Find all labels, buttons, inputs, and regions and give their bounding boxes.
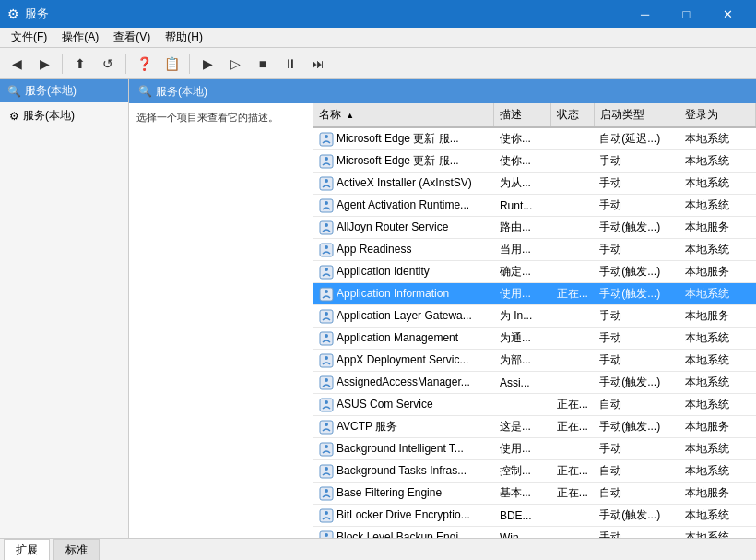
table-row[interactable]: BitLocker Drive Encryptio...BDE...手动(触发.… — [313, 505, 756, 527]
table-row[interactable]: AllJoyn Router Service路由...手动(触发...)本地服务 — [313, 217, 756, 239]
cell-login: 本地系统 — [679, 150, 756, 173]
table-row[interactable]: Application Layer Gatewa...为 In...手动本地服务 — [313, 305, 756, 328]
table-row[interactable]: Background Intelligent T...使用...手动本地系统 — [313, 438, 756, 460]
table-row[interactable]: AppX Deployment Servic...为部...手动本地系统 — [313, 350, 756, 372]
description-text: 选择一个项目来查看它的描述。 — [136, 112, 278, 123]
table-row[interactable]: ActiveX Installer (AxInstSV)为从...手动本地系统 — [313, 173, 756, 195]
forward-button[interactable]: ▶ — [31, 52, 57, 76]
cell-name: AppX Deployment Servic... — [313, 350, 494, 372]
table-row[interactable]: Base Filtering Engine基本...正在...自动本地服务 — [313, 483, 756, 505]
minimize-button[interactable]: ─ — [624, 0, 666, 28]
cell-login: 本地系统 — [679, 372, 756, 394]
cell-status — [551, 350, 594, 372]
back-button[interactable]: ◀ — [4, 52, 30, 76]
help-button[interactable]: ❓ — [131, 52, 157, 76]
cell-status — [551, 305, 594, 328]
menu-bar: 文件(F) 操作(A) 查看(V) 帮助(H) — [0, 28, 756, 48]
menu-help[interactable]: 帮助(H) — [158, 28, 210, 47]
cell-status — [551, 127, 594, 150]
cell-login: 本地系统 — [679, 195, 756, 217]
cell-starttype: 手动(触发...) — [594, 372, 679, 394]
cell-desc: 为部... — [494, 350, 551, 372]
cell-name: Microsoft Edge 更新 服... — [313, 150, 494, 173]
start-service2-button[interactable]: ▷ — [222, 52, 248, 76]
cell-status: 正在... — [551, 416, 594, 438]
cell-login: 本地系统 — [679, 527, 756, 539]
status-bar: 扩展 标准 — [0, 538, 756, 560]
svg-point-25 — [325, 400, 328, 404]
table-row[interactable]: Microsoft Edge 更新 服...使你...手动本地系统 — [313, 150, 756, 173]
cell-status — [551, 195, 594, 217]
col-header-starttype[interactable]: 启动类型 — [594, 103, 679, 127]
table-row[interactable]: Agent Activation Runtime...Runt...手动本地系统 — [313, 195, 756, 217]
sidebar-item-services-local[interactable]: ⚙ 服务(本地) — [0, 102, 128, 129]
right-panel-title: 服务(本地) — [156, 84, 207, 100]
cell-name: AllJoyn Router Service — [313, 217, 494, 239]
cell-status — [551, 372, 594, 394]
cell-name: Agent Activation Runtime... — [313, 195, 494, 217]
cell-login: 本地系统 — [679, 350, 756, 372]
left-panel: 🔍 服务(本地) ⚙ 服务(本地) — [0, 79, 129, 538]
col-header-status[interactable]: 状态 — [551, 103, 594, 127]
window-title: 服务 — [25, 6, 49, 22]
cell-desc: BDE... — [494, 505, 551, 527]
toolbar-separator-2 — [125, 54, 126, 74]
restart-service-button[interactable]: ⏭ — [305, 52, 331, 76]
tab-standard[interactable]: 标准 — [53, 539, 100, 561]
pause-service-button[interactable]: ⏸ — [278, 52, 303, 76]
svg-point-3 — [325, 157, 328, 161]
cell-name: App Readiness — [313, 239, 494, 261]
menu-file[interactable]: 文件(F) — [4, 28, 54, 47]
cell-login: 本地服务 — [679, 305, 756, 328]
table-row[interactable]: ASUS Com Service正在...自动本地系统 — [313, 394, 756, 416]
toolbar-separator-1 — [62, 54, 63, 74]
cell-login: 本地系统 — [679, 460, 756, 483]
cell-name: AVCTP 服务 — [313, 416, 494, 438]
cell-status — [551, 150, 594, 173]
cell-desc: 控制... — [494, 460, 551, 483]
tab-extended[interactable]: 扩展 — [4, 539, 50, 561]
cell-starttype: 手动 — [594, 195, 679, 217]
cell-login: 本地系统 — [679, 394, 756, 416]
col-header-desc[interactable]: 描述 — [494, 103, 551, 127]
cell-desc: 使用... — [494, 283, 551, 305]
close-button[interactable]: ✕ — [707, 0, 749, 28]
cell-desc: 为 In... — [494, 305, 551, 328]
table-row[interactable]: Microsoft Edge 更新 服...使你...自动(延迟...)本地系统 — [313, 127, 756, 150]
table-row[interactable]: Application Information使用...正在...手动(触发..… — [313, 283, 756, 305]
stop-service-button[interactable]: ■ — [250, 52, 276, 76]
svg-point-11 — [325, 245, 328, 249]
col-header-name[interactable]: 名称 ▲ — [313, 103, 494, 127]
col-header-login[interactable]: 登录为 — [679, 103, 756, 127]
cell-name: Microsoft Edge 更新 服... — [313, 127, 494, 150]
cell-login: 本地服务 — [679, 416, 756, 438]
cell-status — [551, 505, 594, 527]
services-area[interactable]: 名称 ▲ 描述 状态 启动类型 — [313, 103, 756, 538]
table-header-row: 名称 ▲ 描述 状态 启动类型 — [313, 103, 756, 127]
cell-login: 本地系统 — [679, 173, 756, 195]
cell-starttype: 手动(触发...) — [594, 261, 679, 283]
table-row[interactable]: AVCTP 服务这是...正在...手动(触发...)本地服务 — [313, 416, 756, 438]
right-panel: 🔍 服务(本地) 选择一个项目来查看它的描述。 名称 ▲ — [129, 79, 756, 538]
table-row[interactable]: Block Level Backup Engi...Win...手动本地系统 — [313, 527, 756, 539]
start-service-button[interactable]: ▶ — [195, 52, 220, 76]
table-row[interactable]: AssignedAccessManager...Assi...手动(触发...)… — [313, 372, 756, 394]
export-button[interactable]: 📋 — [159, 52, 184, 76]
table-row[interactable]: Application Identity确定...手动(触发...)本地服务 — [313, 261, 756, 283]
cell-name: Application Information — [313, 283, 494, 305]
cell-status: 正在... — [551, 394, 594, 416]
svg-point-15 — [325, 290, 328, 293]
cell-starttype: 自动 — [594, 394, 679, 416]
cell-starttype: 手动(触发...) — [594, 505, 679, 527]
table-row[interactable]: Application Management为通...手动本地系统 — [313, 328, 756, 350]
svg-point-13 — [325, 268, 328, 271]
menu-view[interactable]: 查看(V) — [106, 28, 158, 47]
search-icon-right: 🔍 — [138, 85, 152, 98]
table-row[interactable]: Background Tasks Infras...控制...正在...自动本地… — [313, 460, 756, 483]
cell-login: 本地系统 — [679, 127, 756, 150]
table-row[interactable]: App Readiness当用...手动本地系统 — [313, 239, 756, 261]
menu-action[interactable]: 操作(A) — [54, 28, 106, 47]
refresh-button[interactable]: ↺ — [95, 52, 121, 76]
up-button[interactable]: ⬆ — [67, 52, 93, 76]
maximize-button[interactable]: □ — [666, 0, 707, 28]
